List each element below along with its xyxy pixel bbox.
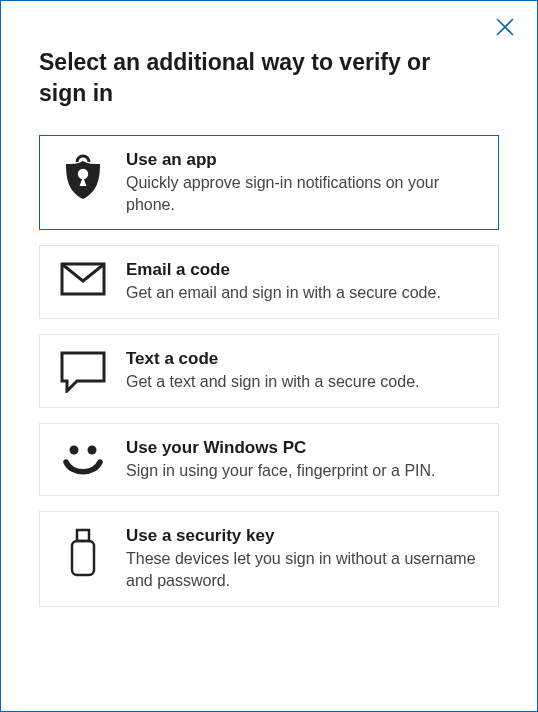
option-desc: Quickly approve sign-in notifications on…: [126, 172, 480, 215]
smiley-face-icon: [58, 438, 108, 480]
option-desc: Get a text and sign in with a secure cod…: [126, 371, 480, 393]
svg-rect-6: [77, 530, 89, 541]
svg-point-4: [70, 445, 79, 454]
shield-lock-icon: [58, 150, 108, 202]
option-use-your-windows-pc[interactable]: Use your Windows PC Sign in using your f…: [39, 423, 499, 497]
option-desc: Get an email and sign in with a secure c…: [126, 282, 480, 304]
option-desc: These devices let you sign in without a …: [126, 548, 480, 591]
option-text: Text a code Get a text and sign in with …: [126, 349, 480, 393]
svg-rect-7: [72, 541, 94, 575]
option-title: Text a code: [126, 349, 480, 369]
option-use-a-security-key[interactable]: Use a security key These devices let you…: [39, 511, 499, 606]
option-text: Use your Windows PC Sign in using your f…: [126, 438, 480, 482]
option-text-a-code[interactable]: Text a code Get a text and sign in with …: [39, 334, 499, 408]
option-desc: Sign in using your face, fingerprint or …: [126, 460, 480, 482]
svg-point-5: [88, 445, 97, 454]
option-use-an-app[interactable]: Use an app Quickly approve sign-in notif…: [39, 135, 499, 230]
option-title: Use an app: [126, 150, 480, 170]
option-text: Email a code Get an email and sign in wi…: [126, 260, 480, 304]
dialog-title: Select an additional way to verify or si…: [39, 47, 499, 109]
envelope-icon: [58, 260, 108, 296]
option-title: Email a code: [126, 260, 480, 280]
option-text: Use a security key These devices let you…: [126, 526, 480, 591]
verification-dialog: Select an additional way to verify or si…: [0, 0, 538, 712]
option-title: Use a security key: [126, 526, 480, 546]
options-list: Use an app Quickly approve sign-in notif…: [39, 135, 499, 607]
usb-key-icon: [58, 526, 108, 578]
close-icon: [494, 16, 516, 42]
option-title: Use your Windows PC: [126, 438, 480, 458]
close-button[interactable]: [491, 15, 519, 43]
speech-bubble-icon: [58, 349, 108, 393]
option-text: Use an app Quickly approve sign-in notif…: [126, 150, 480, 215]
option-email-a-code[interactable]: Email a code Get an email and sign in wi…: [39, 245, 499, 319]
